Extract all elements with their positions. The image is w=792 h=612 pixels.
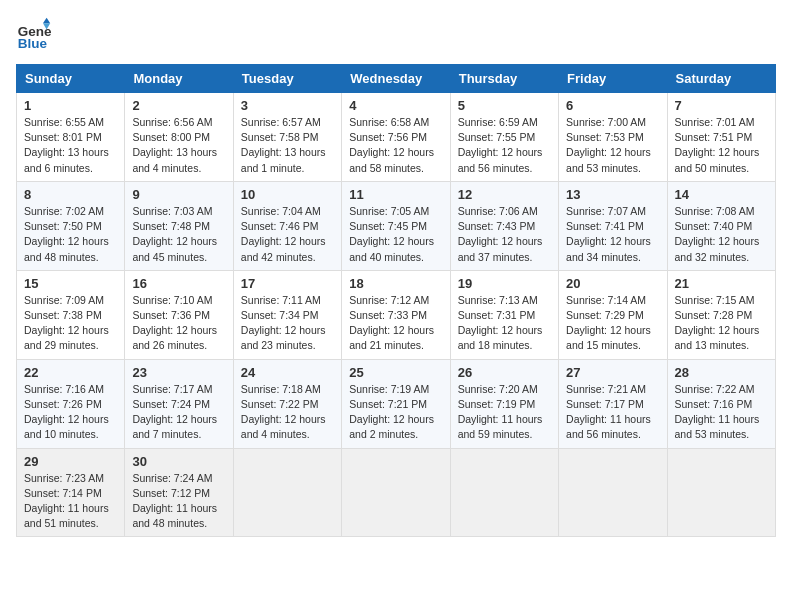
cell-content: Sunrise: 7:04 AM Sunset: 7:46 PM Dayligh… (241, 204, 334, 265)
sunset-label: Sunset: 7:36 PM (132, 309, 210, 321)
daylight-label: Daylight: 12 hours and 50 minutes. (675, 146, 760, 173)
daylight-label: Daylight: 11 hours and 48 minutes. (132, 502, 217, 529)
sunset-label: Sunset: 7:22 PM (241, 398, 319, 410)
calendar-cell: 6 Sunrise: 7:00 AM Sunset: 7:53 PM Dayli… (559, 93, 667, 182)
sunset-label: Sunset: 7:38 PM (24, 309, 102, 321)
calendar-cell: 28 Sunrise: 7:22 AM Sunset: 7:16 PM Dayl… (667, 359, 775, 448)
cell-content: Sunrise: 7:03 AM Sunset: 7:48 PM Dayligh… (132, 204, 225, 265)
calendar-cell (559, 448, 667, 537)
cell-content: Sunrise: 7:23 AM Sunset: 7:14 PM Dayligh… (24, 471, 117, 532)
day-number: 22 (24, 365, 117, 380)
sunset-label: Sunset: 7:46 PM (241, 220, 319, 232)
calendar-week-1: 1 Sunrise: 6:55 AM Sunset: 8:01 PM Dayli… (17, 93, 776, 182)
calendar-cell: 29 Sunrise: 7:23 AM Sunset: 7:14 PM Dayl… (17, 448, 125, 537)
sunrise-label: Sunrise: 7:24 AM (132, 472, 212, 484)
sunrise-label: Sunrise: 6:56 AM (132, 116, 212, 128)
sunset-label: Sunset: 7:41 PM (566, 220, 644, 232)
sunset-label: Sunset: 7:40 PM (675, 220, 753, 232)
daylight-label: Daylight: 12 hours and 23 minutes. (241, 324, 326, 351)
day-number: 14 (675, 187, 768, 202)
cell-content: Sunrise: 6:56 AM Sunset: 8:00 PM Dayligh… (132, 115, 225, 176)
day-number: 2 (132, 98, 225, 113)
day-header-tuesday: Tuesday (233, 65, 341, 93)
svg-text:Blue: Blue (18, 36, 48, 51)
day-header-sunday: Sunday (17, 65, 125, 93)
day-number: 13 (566, 187, 659, 202)
calendar-cell: 8 Sunrise: 7:02 AM Sunset: 7:50 PM Dayli… (17, 181, 125, 270)
calendar-cell: 10 Sunrise: 7:04 AM Sunset: 7:46 PM Dayl… (233, 181, 341, 270)
sunrise-label: Sunrise: 7:04 AM (241, 205, 321, 217)
day-header-thursday: Thursday (450, 65, 558, 93)
cell-content: Sunrise: 7:16 AM Sunset: 7:26 PM Dayligh… (24, 382, 117, 443)
sunset-label: Sunset: 7:33 PM (349, 309, 427, 321)
cell-content: Sunrise: 7:20 AM Sunset: 7:19 PM Dayligh… (458, 382, 551, 443)
daylight-label: Daylight: 12 hours and 42 minutes. (241, 235, 326, 262)
calendar-cell: 30 Sunrise: 7:24 AM Sunset: 7:12 PM Dayl… (125, 448, 233, 537)
daylight-label: Daylight: 12 hours and 21 minutes. (349, 324, 434, 351)
day-number: 30 (132, 454, 225, 469)
sunrise-label: Sunrise: 7:21 AM (566, 383, 646, 395)
calendar-cell: 19 Sunrise: 7:13 AM Sunset: 7:31 PM Dayl… (450, 270, 558, 359)
sunrise-label: Sunrise: 7:22 AM (675, 383, 755, 395)
cell-content: Sunrise: 7:15 AM Sunset: 7:28 PM Dayligh… (675, 293, 768, 354)
cell-content: Sunrise: 7:21 AM Sunset: 7:17 PM Dayligh… (566, 382, 659, 443)
daylight-label: Daylight: 13 hours and 1 minute. (241, 146, 326, 173)
calendar-cell: 18 Sunrise: 7:12 AM Sunset: 7:33 PM Dayl… (342, 270, 450, 359)
cell-content: Sunrise: 7:09 AM Sunset: 7:38 PM Dayligh… (24, 293, 117, 354)
calendar-cell: 1 Sunrise: 6:55 AM Sunset: 8:01 PM Dayli… (17, 93, 125, 182)
cell-content: Sunrise: 7:08 AM Sunset: 7:40 PM Dayligh… (675, 204, 768, 265)
cell-content: Sunrise: 7:13 AM Sunset: 7:31 PM Dayligh… (458, 293, 551, 354)
calendar-week-2: 8 Sunrise: 7:02 AM Sunset: 7:50 PM Dayli… (17, 181, 776, 270)
sunset-label: Sunset: 7:51 PM (675, 131, 753, 143)
daylight-label: Daylight: 12 hours and 13 minutes. (675, 324, 760, 351)
sunset-label: Sunset: 7:21 PM (349, 398, 427, 410)
sunset-label: Sunset: 7:34 PM (241, 309, 319, 321)
daylight-label: Daylight: 12 hours and 29 minutes. (24, 324, 109, 351)
cell-content: Sunrise: 7:24 AM Sunset: 7:12 PM Dayligh… (132, 471, 225, 532)
daylight-label: Daylight: 12 hours and 45 minutes. (132, 235, 217, 262)
sunrise-label: Sunrise: 7:02 AM (24, 205, 104, 217)
day-number: 28 (675, 365, 768, 380)
calendar-cell (342, 448, 450, 537)
day-number: 18 (349, 276, 442, 291)
sunset-label: Sunset: 7:43 PM (458, 220, 536, 232)
daylight-label: Daylight: 12 hours and 10 minutes. (24, 413, 109, 440)
calendar-cell: 24 Sunrise: 7:18 AM Sunset: 7:22 PM Dayl… (233, 359, 341, 448)
sunset-label: Sunset: 7:26 PM (24, 398, 102, 410)
cell-content: Sunrise: 7:00 AM Sunset: 7:53 PM Dayligh… (566, 115, 659, 176)
daylight-label: Daylight: 11 hours and 53 minutes. (675, 413, 760, 440)
calendar-cell: 13 Sunrise: 7:07 AM Sunset: 7:41 PM Dayl… (559, 181, 667, 270)
cell-content: Sunrise: 7:07 AM Sunset: 7:41 PM Dayligh… (566, 204, 659, 265)
sunrise-label: Sunrise: 7:15 AM (675, 294, 755, 306)
sunset-label: Sunset: 7:55 PM (458, 131, 536, 143)
day-number: 1 (24, 98, 117, 113)
daylight-label: Daylight: 13 hours and 6 minutes. (24, 146, 109, 173)
cell-content: Sunrise: 7:18 AM Sunset: 7:22 PM Dayligh… (241, 382, 334, 443)
cell-content: Sunrise: 6:57 AM Sunset: 7:58 PM Dayligh… (241, 115, 334, 176)
daylight-label: Daylight: 11 hours and 56 minutes. (566, 413, 651, 440)
sunset-label: Sunset: 7:58 PM (241, 131, 319, 143)
cell-content: Sunrise: 7:02 AM Sunset: 7:50 PM Dayligh… (24, 204, 117, 265)
day-number: 9 (132, 187, 225, 202)
sunrise-label: Sunrise: 7:01 AM (675, 116, 755, 128)
daylight-label: Daylight: 12 hours and 7 minutes. (132, 413, 217, 440)
day-number: 12 (458, 187, 551, 202)
day-number: 24 (241, 365, 334, 380)
calendar-cell: 25 Sunrise: 7:19 AM Sunset: 7:21 PM Dayl… (342, 359, 450, 448)
day-number: 19 (458, 276, 551, 291)
sunrise-label: Sunrise: 7:03 AM (132, 205, 212, 217)
day-number: 29 (24, 454, 117, 469)
sunset-label: Sunset: 7:19 PM (458, 398, 536, 410)
cell-content: Sunrise: 7:01 AM Sunset: 7:51 PM Dayligh… (675, 115, 768, 176)
daylight-label: Daylight: 13 hours and 4 minutes. (132, 146, 217, 173)
day-number: 20 (566, 276, 659, 291)
day-number: 27 (566, 365, 659, 380)
calendar-cell: 3 Sunrise: 6:57 AM Sunset: 7:58 PM Dayli… (233, 93, 341, 182)
sunrise-label: Sunrise: 7:19 AM (349, 383, 429, 395)
daylight-label: Daylight: 12 hours and 15 minutes. (566, 324, 651, 351)
daylight-label: Daylight: 12 hours and 37 minutes. (458, 235, 543, 262)
day-number: 3 (241, 98, 334, 113)
calendar-cell: 9 Sunrise: 7:03 AM Sunset: 7:48 PM Dayli… (125, 181, 233, 270)
cell-content: Sunrise: 6:59 AM Sunset: 7:55 PM Dayligh… (458, 115, 551, 176)
day-number: 11 (349, 187, 442, 202)
